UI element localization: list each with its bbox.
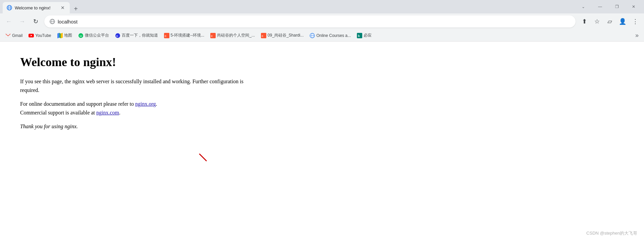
svg-text:B: B <box>116 35 118 38</box>
csdn1-icon: C <box>164 33 169 38</box>
svg-line-29 <box>200 154 206 161</box>
nginx-para2-prefix: For online documentation and support ple… <box>20 101 135 107</box>
svg-text:W: W <box>79 35 82 38</box>
gmail-icon <box>5 33 11 38</box>
bookmark-bing[interactable]: b 必应 <box>354 31 374 40</box>
back-button[interactable]: ← <box>3 15 15 28</box>
close-button[interactable]: ✕ <box>626 1 641 12</box>
bookmark-baidu[interactable]: B 百度一下，你就知道 <box>112 31 161 40</box>
window-controls: ⌄ — ❐ ✕ <box>576 1 641 12</box>
bookmark-youtube[interactable]: YouTube <box>26 32 54 40</box>
bookmark-gmail[interactable]: Gmail <box>3 32 25 40</box>
tab-favicon <box>7 5 12 10</box>
bookmark-maps[interactable]: 地图 <box>55 31 75 40</box>
tab-area: Welcome to nginx! ✕ + <box>3 0 576 13</box>
csdn2-icon: C <box>210 33 216 38</box>
nginx-org-link[interactable]: nginx.org <box>135 101 156 107</box>
svg-text:b: b <box>358 34 360 38</box>
bookmark-csdn3[interactable]: C 09_尚硅谷_Shardi... <box>258 31 306 40</box>
nginx-para3-prefix: Commercial support is available at <box>20 110 96 115</box>
nginx-para2-suffix: . <box>156 101 157 107</box>
address-bar[interactable]: localhost <box>44 15 576 28</box>
wechat-icon: W <box>78 33 84 38</box>
bookmarks-bar: Gmail YouTube 地图 W 微信公众平台 B 百度一下，你就知道 <box>0 30 644 42</box>
bookmark-csdn2-label: 尚硅谷的个人空间_... <box>217 33 255 38</box>
menu-button[interactable]: ⋮ <box>629 15 641 28</box>
share-button[interactable]: ⬆ <box>578 15 590 28</box>
nginx-page-title: Welcome to nginx! <box>20 55 624 69</box>
bookmark-youtube-label: YouTube <box>35 33 51 38</box>
svg-text:C: C <box>211 35 213 37</box>
split-button[interactable]: ▱ <box>604 15 616 28</box>
online-icon <box>310 33 315 38</box>
bookmark-csdn1-label: 5-环境搭建--环境... <box>171 33 205 38</box>
bookmark-baidu-label: 百度一下，你就知道 <box>122 33 158 38</box>
bookmark-bing-label: 必应 <box>364 33 372 38</box>
forward-button[interactable]: → <box>16 15 28 28</box>
bookmark-button[interactable]: ☆ <box>591 15 603 28</box>
nginx-thank-you: Thank you for using nginx. <box>20 124 78 129</box>
bookmark-gmail-label: Gmail <box>12 33 22 38</box>
profile-button[interactable]: 👤 <box>616 15 629 28</box>
new-tab-button[interactable]: + <box>71 4 80 13</box>
svg-text:C: C <box>262 35 263 37</box>
maximize-button[interactable]: ❐ <box>609 1 625 12</box>
minimize-window-button[interactable]: ⌄ <box>576 1 591 12</box>
nginx-para2: For online documentation and support ple… <box>20 100 255 117</box>
title-bar: Welcome to nginx! ✕ + ⌄ — ❐ ✕ <box>0 0 644 13</box>
bookmark-csdn3-label: 09_尚硅谷_Shardi... <box>268 33 304 38</box>
tab-close-button[interactable]: ✕ <box>60 5 66 11</box>
bing-icon: b <box>357 33 362 38</box>
bookmark-csdn1[interactable]: C 5-环境搭建--环境... <box>161 31 207 40</box>
bookmark-wechat[interactable]: W 微信公众平台 <box>75 31 112 40</box>
svg-text:C: C <box>165 35 166 37</box>
nginx-para3-suffix: . <box>119 110 120 115</box>
url-text: localhost <box>58 19 570 25</box>
active-tab[interactable]: Welcome to nginx! ✕ <box>3 2 70 13</box>
nginx-para4: Thank you for using nginx. <box>20 122 255 131</box>
svg-marker-12 <box>57 33 59 38</box>
baidu-icon: B <box>115 33 120 38</box>
bookmark-online-label: Online Courses a... <box>316 33 351 38</box>
svg-marker-13 <box>61 33 63 38</box>
bookmark-online[interactable]: Online Courses a... <box>307 32 354 40</box>
nav-bar: ← → ↻ localhost ⬆ ☆ ▱ 👤 ⋮ <box>0 13 644 30</box>
youtube-icon <box>29 33 34 38</box>
bookmark-csdn2[interactable]: C 尚硅谷的个人空间_... <box>208 31 258 40</box>
nav-actions: ⬆ ☆ ▱ 👤 ⋮ <box>578 15 641 28</box>
bookmark-wechat-label: 微信公众平台 <box>85 33 109 38</box>
bookmarks-more-button[interactable]: » <box>633 31 641 40</box>
minimize-button[interactable]: — <box>592 1 608 12</box>
pencil-mark <box>198 152 208 162</box>
nginx-com-link[interactable]: nginx.com <box>96 110 119 115</box>
page-content: Welcome to nginx! If you see this page, … <box>0 42 644 243</box>
bookmark-maps-label: 地图 <box>64 33 72 38</box>
reload-button[interactable]: ↻ <box>30 15 42 28</box>
csdn3-icon: C <box>261 33 266 38</box>
watermark: CSDN @stephen的大飞哥 <box>586 230 637 236</box>
nginx-para1: If you see this page, the nginx web serv… <box>20 77 255 94</box>
tab-title: Welcome to nginx! <box>15 5 57 10</box>
maps-icon <box>57 33 63 38</box>
address-favicon <box>50 19 55 24</box>
nginx-body: If you see this page, the nginx web serv… <box>20 77 255 131</box>
